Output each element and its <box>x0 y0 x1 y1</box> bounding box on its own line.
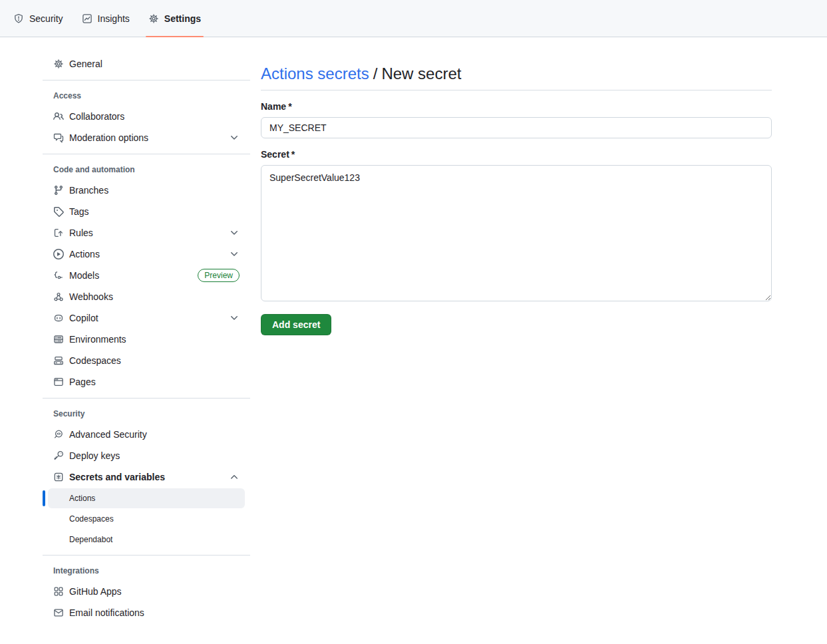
copilot-icon <box>53 313 64 323</box>
asterisk-box-icon <box>53 472 64 482</box>
divider <box>43 154 250 154</box>
sidebar-item-advanced-security[interactable]: Advanced Security <box>43 424 250 445</box>
sidebar-subitem-label: Codespaces <box>69 514 114 524</box>
sidebar-item-label: General <box>69 59 102 69</box>
sidebar-item-email-notifications[interactable]: Email notifications <box>43 602 250 623</box>
sidebar-item-label: Email notifications <box>69 608 144 617</box>
shield-icon <box>13 13 24 24</box>
section-header-integrations: Integrations <box>43 561 250 581</box>
sidebar-subitem-secrets-actions[interactable]: Actions <box>48 488 245 508</box>
section-header-security: Security <box>43 404 250 424</box>
breadcrumb-separator: / <box>373 65 378 82</box>
sidebar-item-copilot[interactable]: Copilot <box>43 307 250 329</box>
graph-icon <box>82 13 92 24</box>
gear-icon <box>53 59 64 69</box>
sidebar-item-label: Rules <box>69 228 93 238</box>
chevron-down-icon <box>229 132 240 143</box>
sidebar-item-rules[interactable]: Rules <box>43 222 250 243</box>
tab-settings-label: Settings <box>164 13 201 24</box>
actions-secrets-link[interactable]: Actions secrets <box>261 65 369 82</box>
tab-insights[interactable]: Insights <box>75 0 136 37</box>
webhook-icon <box>53 291 64 302</box>
sidebar-item-label: Codespaces <box>69 356 121 365</box>
ai-model-icon <box>53 270 64 281</box>
sidebar-item-pages[interactable]: Pages <box>43 371 250 393</box>
git-branch-icon <box>53 185 64 196</box>
gear-icon <box>148 13 159 24</box>
name-label: Name* <box>261 101 772 112</box>
rules-icon <box>53 228 64 238</box>
divider <box>43 80 250 80</box>
tag-icon <box>53 206 64 217</box>
sidebar-item-label: Actions <box>69 249 100 259</box>
required-asterisk: * <box>291 149 295 160</box>
sidebar-item-moderation-options[interactable]: Moderation options <box>43 127 250 148</box>
sidebar-subitem-label: Actions <box>69 494 95 503</box>
people-icon <box>53 111 64 122</box>
sidebar-item-models[interactable]: Models Preview <box>43 265 250 286</box>
page-title: Actions secrets/New secret <box>261 64 772 90</box>
sidebar-item-tags[interactable]: Tags <box>43 201 250 222</box>
breadcrumb-current: New secret <box>381 65 461 82</box>
sidebar-item-label: Branches <box>69 186 108 195</box>
add-secret-button[interactable]: Add secret <box>261 314 331 335</box>
codescan-icon <box>53 429 64 440</box>
new-secret-form: Name* Secret* SuperSecretValue123 Add se… <box>261 101 772 335</box>
sidebar-item-general[interactable]: General <box>43 53 250 75</box>
tab-insights-label: Insights <box>98 13 130 24</box>
sidebar-item-label: Webhooks <box>69 292 113 301</box>
tab-settings[interactable]: Settings <box>142 0 208 37</box>
chevron-down-icon <box>229 228 240 238</box>
sidebar-subitem-secrets-codespaces[interactable]: Codespaces <box>48 509 245 529</box>
sidebar-item-label: Environments <box>69 335 126 344</box>
sidebar-item-label: Moderation options <box>69 133 148 142</box>
sidebar-item-label: Secrets and variables <box>69 472 165 482</box>
sidebar-item-environments[interactable]: Environments <box>43 329 250 350</box>
sidebar-item-webhooks[interactable]: Webhooks <box>43 286 250 307</box>
settings-sidebar: General Access Collaborators Moderation … <box>43 53 250 623</box>
sidebar-item-label: Pages <box>69 377 96 387</box>
section-header-code-and-automation: Code and automation <box>43 160 250 180</box>
sidebar-item-label: Advanced Security <box>69 430 147 439</box>
section-header-access: Access <box>43 86 250 106</box>
sidebar-item-label: Collaborators <box>69 112 124 121</box>
page-body: General Access Collaborators Moderation … <box>0 37 827 644</box>
sidebar-item-label: Deploy keys <box>69 451 120 460</box>
sidebar-item-actions[interactable]: Actions <box>43 243 250 265</box>
browser-icon <box>53 377 64 387</box>
sidebar-item-label: Tags <box>69 207 89 216</box>
codespaces-icon <box>53 355 64 366</box>
chevron-up-icon <box>229 472 240 482</box>
comment-discussion-icon <box>53 132 64 143</box>
tab-security[interactable]: Security <box>7 0 70 37</box>
required-asterisk: * <box>288 101 291 112</box>
secret-label: Secret* <box>261 149 772 160</box>
sidebar-subitem-secrets-dependabot[interactable]: Dependabot <box>48 530 245 550</box>
top-nav: Security Insights Settings <box>0 0 827 37</box>
sidebar-item-collaborators[interactable]: Collaborators <box>43 106 250 127</box>
chevron-down-icon <box>229 313 240 323</box>
key-icon <box>53 450 64 461</box>
play-icon <box>53 249 64 259</box>
mail-icon <box>53 607 64 618</box>
apps-icon <box>53 586 64 597</box>
sidebar-item-deploy-keys[interactable]: Deploy keys <box>43 445 250 466</box>
tab-security-label: Security <box>29 13 63 24</box>
sidebar-item-label: Models <box>69 271 99 280</box>
chevron-down-icon <box>229 249 240 259</box>
sidebar-item-label: Copilot <box>69 313 98 323</box>
sidebar-item-secrets-and-variables[interactable]: Secrets and variables <box>43 466 250 488</box>
sidebar-item-label: GitHub Apps <box>69 587 122 596</box>
sidebar-subitem-label: Dependabot <box>69 535 112 544</box>
divider <box>43 555 250 556</box>
divider <box>43 398 250 399</box>
preview-badge: Preview <box>198 269 240 282</box>
sidebar-item-branches[interactable]: Branches <box>43 180 250 201</box>
secret-value-textarea[interactable]: SuperSecretValue123 <box>261 165 772 301</box>
main-content: Actions secrets/New secret Name* Secret*… <box>261 53 772 335</box>
sidebar-item-github-apps[interactable]: GitHub Apps <box>43 581 250 602</box>
sidebar-item-codespaces[interactable]: Codespaces <box>43 350 250 371</box>
server-icon <box>53 334 64 345</box>
secret-name-input[interactable] <box>261 117 772 138</box>
